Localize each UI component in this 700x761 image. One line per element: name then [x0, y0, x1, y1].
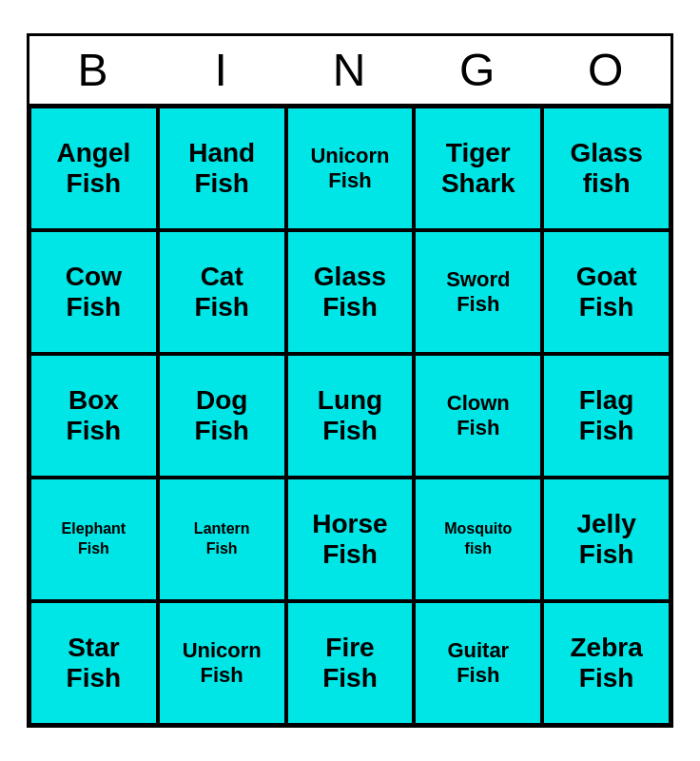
bingo-cell: HorseFish — [286, 478, 415, 601]
bingo-cell: BoxFish — [29, 354, 158, 478]
bingo-cell: DogFish — [158, 354, 286, 478]
bingo-cell: SwordFish — [414, 230, 542, 354]
bingo-cell: JellyFish — [542, 478, 671, 601]
bingo-cell: HandFish — [158, 107, 286, 230]
bingo-cell: GoatFish — [542, 230, 671, 354]
bingo-cell: GlassFish — [286, 230, 415, 354]
header-letter: G — [414, 36, 542, 104]
bingo-cell: ClownFish — [414, 354, 542, 478]
bingo-cell: Mosquitofish — [414, 478, 542, 601]
bingo-grid: AngelFishHandFishUnicornFishTigerSharkGl… — [29, 104, 671, 725]
bingo-cell: GuitarFish — [414, 601, 542, 725]
bingo-cell: FireFish — [286, 601, 415, 725]
bingo-cell: AngelFish — [29, 107, 158, 230]
bingo-cell: FlagFish — [542, 354, 671, 478]
bingo-cell: LungFish — [286, 354, 415, 478]
bingo-cell: Glassfish — [542, 107, 671, 230]
bingo-cell: TigerShark — [414, 107, 542, 230]
bingo-cell: ElephantFish — [29, 478, 158, 601]
header-letter: I — [158, 36, 286, 104]
bingo-cell: CowFish — [29, 230, 158, 354]
bingo-header: BINGO — [29, 36, 671, 104]
bingo-cell: ZebraFish — [542, 601, 671, 725]
header-letter: B — [29, 36, 158, 104]
bingo-cell: UnicornFish — [286, 107, 415, 230]
header-letter: N — [286, 36, 415, 104]
bingo-cell: StarFish — [29, 601, 158, 725]
header-letter: O — [542, 36, 671, 104]
bingo-cell: CatFish — [158, 230, 286, 354]
bingo-card: BINGO AngelFishHandFishUnicornFishTigerS… — [27, 33, 673, 728]
bingo-cell: LanternFish — [158, 478, 286, 601]
bingo-cell: UnicornFish — [158, 601, 286, 725]
